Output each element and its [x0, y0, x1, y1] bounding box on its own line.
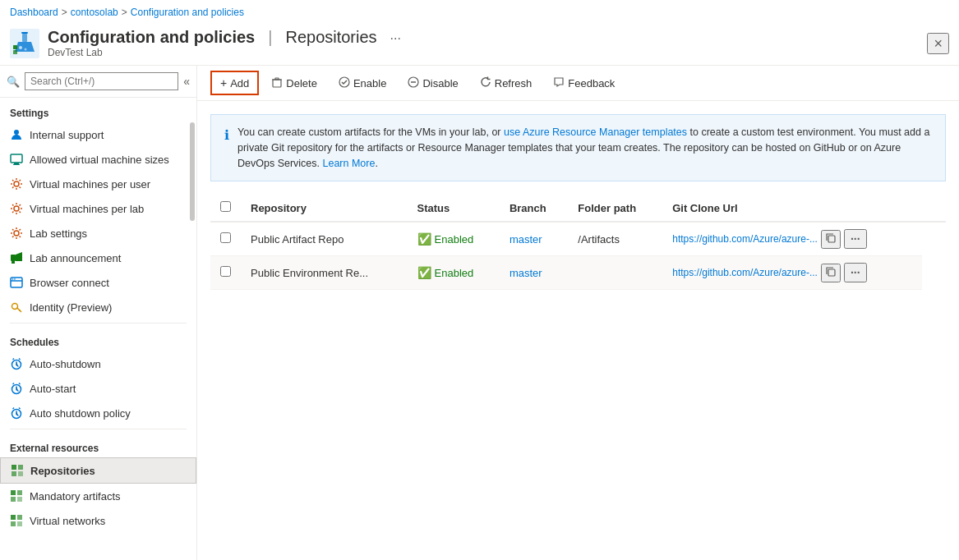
- row-1-checkbox[interactable]: [220, 232, 231, 243]
- svg-rect-47: [275, 78, 279, 80]
- enable-button[interactable]: Enable: [330, 71, 395, 95]
- sidebar-label-lab-settings: Lab settings: [30, 227, 87, 240]
- svg-line-25: [13, 359, 15, 360]
- row-2-checkbox[interactable]: [220, 266, 231, 277]
- select-all-checkbox[interactable]: [220, 201, 231, 212]
- sidebar-item-virtual-networks[interactable]: Virtual networks: [0, 508, 196, 533]
- row-1-branch-link[interactable]: master: [509, 233, 542, 246]
- col-status: Status: [408, 195, 500, 222]
- browser-icon: [10, 276, 23, 289]
- sidebar-label-internal-support: Internal support: [30, 129, 104, 141]
- svg-point-5: [25, 48, 27, 50]
- breadcrumb-dashboard[interactable]: Dashboard: [10, 7, 58, 18]
- svg-point-4: [19, 46, 22, 49]
- info-link-arm[interactable]: use Azure Resource Manager templates: [504, 126, 687, 138]
- svg-rect-33: [12, 465, 16, 470]
- artifact-icon: [10, 489, 23, 503]
- svg-rect-6: [13, 45, 17, 49]
- info-icon: ℹ: [224, 126, 229, 171]
- breadcrumb-contosolab[interactable]: contosolab: [71, 7, 118, 18]
- svg-rect-15: [11, 255, 16, 261]
- sidebar-item-lab-announcement[interactable]: Lab announcement: [0, 246, 196, 270]
- sidebar-item-identity[interactable]: Identity (Preview): [0, 295, 196, 319]
- sidebar-collapse-button[interactable]: «: [183, 75, 190, 88]
- svg-rect-34: [18, 465, 23, 470]
- row-2-branch: master: [500, 256, 568, 290]
- gear-lab-icon: [10, 202, 23, 215]
- info-box: ℹ You can create custom artifacts for th…: [210, 114, 946, 181]
- svg-rect-1: [21, 32, 28, 34]
- row-1-more-button[interactable]: ···: [844, 229, 867, 249]
- person-icon: [10, 128, 23, 141]
- clock-policy-icon: [10, 406, 23, 420]
- sidebar-item-auto-shutdown-policy[interactable]: Auto shutdown policy: [0, 401, 196, 425]
- svg-rect-45: [273, 80, 281, 87]
- refresh-icon: [480, 76, 491, 90]
- sidebar-item-vm-per-lab[interactable]: Virtual machines per lab: [0, 196, 196, 221]
- row-1-copy-button[interactable]: [821, 230, 841, 249]
- feedback-button[interactable]: Feedback: [544, 71, 624, 95]
- svg-rect-40: [17, 497, 22, 502]
- row-2-branch-link[interactable]: master: [509, 267, 542, 279]
- svg-line-29: [19, 383, 21, 385]
- svg-rect-35: [12, 471, 16, 476]
- search-input[interactable]: [25, 72, 178, 90]
- sidebar-label-vm-per-user: Virtual machines per user: [30, 178, 150, 190]
- sidebar-item-allowed-vm-sizes[interactable]: Allowed virtual machine sizes: [0, 147, 196, 172]
- svg-line-32: [19, 408, 21, 410]
- sidebar-label-auto-shutdown-policy: Auto shutdown policy: [30, 407, 131, 420]
- refresh-button[interactable]: Refresh: [471, 71, 542, 95]
- settings-section-label: Settings: [0, 98, 196, 122]
- row-2-url-text: https://github.com/Azure/azure-...: [672, 267, 818, 278]
- row-2-more-button[interactable]: ···: [844, 263, 867, 282]
- clock-shutdown-icon: [10, 357, 23, 370]
- disable-button[interactable]: Disable: [399, 71, 467, 95]
- close-button[interactable]: ×: [927, 33, 949, 54]
- row-1-url-text: https://github.com/Azure/azure-...: [672, 233, 818, 245]
- resource-type-label: DevTest Lab: [48, 47, 401, 58]
- key-icon: [10, 301, 23, 314]
- sidebar-item-auto-shutdown[interactable]: Auto-shutdown: [0, 351, 196, 376]
- external-resources-section-label: External resources: [0, 433, 196, 457]
- row-2-copy-button[interactable]: [821, 264, 841, 282]
- repo-icon: [11, 464, 24, 477]
- row-1-folder-path: /Artifacts: [568, 222, 662, 256]
- sidebar-item-vm-per-user[interactable]: Virtual machines per user: [0, 172, 196, 196]
- add-button[interactable]: + Add: [210, 71, 259, 95]
- header-more-button[interactable]: ···: [390, 31, 401, 46]
- sidebar-label-auto-start: Auto-start: [30, 383, 76, 395]
- sidebar-item-browser-connect[interactable]: Browser connect: [0, 270, 196, 295]
- schedules-divider: [10, 323, 187, 324]
- svg-rect-37: [11, 490, 16, 495]
- monitor-icon: [10, 153, 23, 166]
- sidebar-item-internal-support[interactable]: Internal support: [0, 122, 196, 147]
- toolbar: + Add Delete Enable: [197, 66, 959, 101]
- status-enabled-icon: ✅: [417, 232, 431, 246]
- info-text: You can create custom artifacts for the …: [237, 125, 932, 171]
- col-branch: Branch: [500, 195, 568, 222]
- enable-icon: [339, 76, 350, 90]
- breadcrumb-config-policies[interactable]: Configuration and policies: [131, 7, 244, 18]
- sidebar-scrollbar[interactable]: [190, 122, 195, 221]
- sidebar-item-lab-settings[interactable]: Lab settings: [0, 221, 196, 246]
- sidebar-item-repositories[interactable]: Repositories: [0, 457, 196, 484]
- sidebar-label-mandatory-artifacts: Mandatory artifacts: [30, 490, 121, 503]
- svg-rect-17: [12, 261, 15, 264]
- search-icon: 🔍: [7, 76, 20, 88]
- sidebar-item-auto-start[interactable]: Auto-start: [0, 376, 196, 401]
- announcement-icon: [10, 251, 23, 264]
- svg-rect-39: [11, 497, 16, 502]
- repositories-table-container: Repository Status Branch Folder path Git…: [210, 195, 946, 560]
- sidebar-label-vm-per-lab: Virtual machines per lab: [30, 203, 144, 215]
- delete-button[interactable]: Delete: [262, 71, 326, 95]
- table-row: Public Environment Re... ✅ Enabled maste…: [210, 256, 946, 290]
- svg-point-21: [14, 278, 16, 280]
- svg-point-13: [14, 206, 19, 211]
- gear-settings-icon: [10, 227, 23, 240]
- svg-line-28: [13, 383, 15, 385]
- row-2-status: ✅ Enabled: [408, 256, 500, 290]
- sidebar-item-mandatory-artifacts[interactable]: Mandatory artifacts: [0, 484, 196, 508]
- svg-rect-38: [17, 490, 22, 495]
- info-link-learn-more[interactable]: Learn More: [323, 158, 376, 169]
- svg-point-12: [14, 181, 19, 186]
